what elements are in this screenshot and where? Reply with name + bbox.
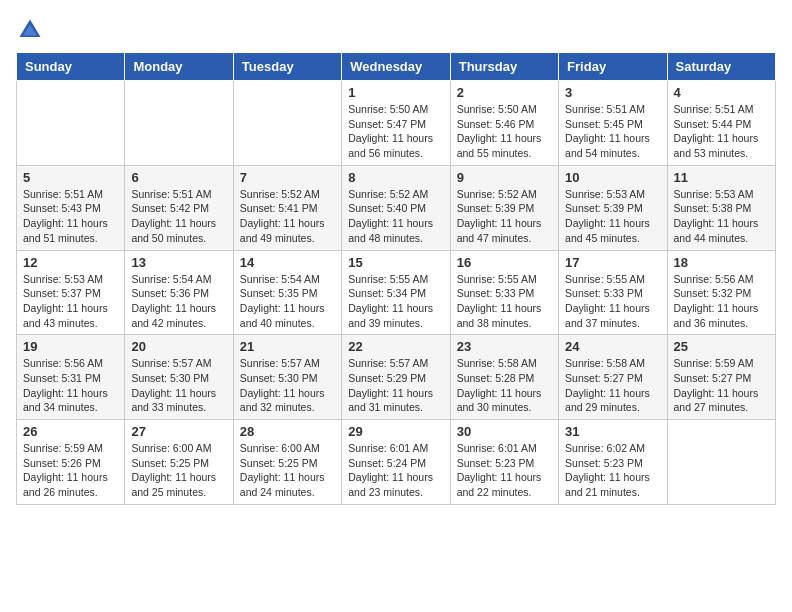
day-number: 19 [23,339,118,354]
day-info: Sunrise: 6:00 AM Sunset: 5:25 PM Dayligh… [131,441,226,500]
day-info: Sunrise: 5:52 AM Sunset: 5:41 PM Dayligh… [240,187,335,246]
calendar-header-wednesday: Wednesday [342,53,450,81]
day-number: 30 [457,424,552,439]
day-number: 31 [565,424,660,439]
day-info: Sunrise: 5:52 AM Sunset: 5:39 PM Dayligh… [457,187,552,246]
day-number: 22 [348,339,443,354]
calendar-header-tuesday: Tuesday [233,53,341,81]
day-number: 13 [131,255,226,270]
page-header [16,16,776,44]
day-number: 15 [348,255,443,270]
day-info: Sunrise: 5:58 AM Sunset: 5:28 PM Dayligh… [457,356,552,415]
calendar-cell: 29Sunrise: 6:01 AM Sunset: 5:24 PM Dayli… [342,420,450,505]
logo [16,16,48,44]
day-info: Sunrise: 5:50 AM Sunset: 5:47 PM Dayligh… [348,102,443,161]
day-number: 14 [240,255,335,270]
day-number: 2 [457,85,552,100]
day-number: 29 [348,424,443,439]
calendar-table: SundayMondayTuesdayWednesdayThursdayFrid… [16,52,776,505]
calendar-cell: 5Sunrise: 5:51 AM Sunset: 5:43 PM Daylig… [17,165,125,250]
calendar-cell: 24Sunrise: 5:58 AM Sunset: 5:27 PM Dayli… [559,335,667,420]
calendar-cell: 10Sunrise: 5:53 AM Sunset: 5:39 PM Dayli… [559,165,667,250]
calendar-cell: 23Sunrise: 5:58 AM Sunset: 5:28 PM Dayli… [450,335,558,420]
calendar-cell: 26Sunrise: 5:59 AM Sunset: 5:26 PM Dayli… [17,420,125,505]
day-number: 11 [674,170,769,185]
day-info: Sunrise: 5:53 AM Sunset: 5:38 PM Dayligh… [674,187,769,246]
day-number: 24 [565,339,660,354]
day-info: Sunrise: 5:54 AM Sunset: 5:36 PM Dayligh… [131,272,226,331]
day-number: 21 [240,339,335,354]
calendar-cell: 27Sunrise: 6:00 AM Sunset: 5:25 PM Dayli… [125,420,233,505]
day-number: 12 [23,255,118,270]
calendar-cell [667,420,775,505]
day-info: Sunrise: 5:53 AM Sunset: 5:37 PM Dayligh… [23,272,118,331]
day-number: 1 [348,85,443,100]
calendar-week-row: 26Sunrise: 5:59 AM Sunset: 5:26 PM Dayli… [17,420,776,505]
calendar-cell: 31Sunrise: 6:02 AM Sunset: 5:23 PM Dayli… [559,420,667,505]
calendar-cell: 13Sunrise: 5:54 AM Sunset: 5:36 PM Dayli… [125,250,233,335]
day-number: 17 [565,255,660,270]
calendar-cell: 6Sunrise: 5:51 AM Sunset: 5:42 PM Daylig… [125,165,233,250]
calendar-cell: 19Sunrise: 5:56 AM Sunset: 5:31 PM Dayli… [17,335,125,420]
day-info: Sunrise: 5:51 AM Sunset: 5:45 PM Dayligh… [565,102,660,161]
calendar-cell: 18Sunrise: 5:56 AM Sunset: 5:32 PM Dayli… [667,250,775,335]
day-number: 3 [565,85,660,100]
day-info: Sunrise: 6:01 AM Sunset: 5:23 PM Dayligh… [457,441,552,500]
calendar-header-sunday: Sunday [17,53,125,81]
day-number: 25 [674,339,769,354]
day-number: 28 [240,424,335,439]
calendar-header-friday: Friday [559,53,667,81]
calendar-cell: 8Sunrise: 5:52 AM Sunset: 5:40 PM Daylig… [342,165,450,250]
calendar-cell [17,81,125,166]
day-info: Sunrise: 5:59 AM Sunset: 5:26 PM Dayligh… [23,441,118,500]
calendar-cell: 28Sunrise: 6:00 AM Sunset: 5:25 PM Dayli… [233,420,341,505]
calendar-cell [233,81,341,166]
day-number: 27 [131,424,226,439]
day-info: Sunrise: 5:59 AM Sunset: 5:27 PM Dayligh… [674,356,769,415]
calendar-cell: 16Sunrise: 5:55 AM Sunset: 5:33 PM Dayli… [450,250,558,335]
calendar-week-row: 12Sunrise: 5:53 AM Sunset: 5:37 PM Dayli… [17,250,776,335]
day-info: Sunrise: 5:52 AM Sunset: 5:40 PM Dayligh… [348,187,443,246]
calendar-cell: 21Sunrise: 5:57 AM Sunset: 5:30 PM Dayli… [233,335,341,420]
day-info: Sunrise: 6:02 AM Sunset: 5:23 PM Dayligh… [565,441,660,500]
day-number: 6 [131,170,226,185]
day-number: 4 [674,85,769,100]
calendar-cell: 9Sunrise: 5:52 AM Sunset: 5:39 PM Daylig… [450,165,558,250]
day-info: Sunrise: 5:55 AM Sunset: 5:34 PM Dayligh… [348,272,443,331]
day-info: Sunrise: 5:55 AM Sunset: 5:33 PM Dayligh… [457,272,552,331]
calendar-cell: 20Sunrise: 5:57 AM Sunset: 5:30 PM Dayli… [125,335,233,420]
calendar-cell: 4Sunrise: 5:51 AM Sunset: 5:44 PM Daylig… [667,81,775,166]
day-info: Sunrise: 5:55 AM Sunset: 5:33 PM Dayligh… [565,272,660,331]
calendar-header-saturday: Saturday [667,53,775,81]
day-info: Sunrise: 6:01 AM Sunset: 5:24 PM Dayligh… [348,441,443,500]
day-info: Sunrise: 5:56 AM Sunset: 5:32 PM Dayligh… [674,272,769,331]
day-info: Sunrise: 5:57 AM Sunset: 5:29 PM Dayligh… [348,356,443,415]
calendar-header-row: SundayMondayTuesdayWednesdayThursdayFrid… [17,53,776,81]
day-number: 10 [565,170,660,185]
day-number: 18 [674,255,769,270]
day-number: 16 [457,255,552,270]
day-number: 9 [457,170,552,185]
day-info: Sunrise: 5:54 AM Sunset: 5:35 PM Dayligh… [240,272,335,331]
calendar-cell: 22Sunrise: 5:57 AM Sunset: 5:29 PM Dayli… [342,335,450,420]
calendar-cell: 3Sunrise: 5:51 AM Sunset: 5:45 PM Daylig… [559,81,667,166]
calendar-cell: 14Sunrise: 5:54 AM Sunset: 5:35 PM Dayli… [233,250,341,335]
day-info: Sunrise: 5:53 AM Sunset: 5:39 PM Dayligh… [565,187,660,246]
calendar-cell: 2Sunrise: 5:50 AM Sunset: 5:46 PM Daylig… [450,81,558,166]
calendar-cell: 15Sunrise: 5:55 AM Sunset: 5:34 PM Dayli… [342,250,450,335]
day-info: Sunrise: 5:51 AM Sunset: 5:43 PM Dayligh… [23,187,118,246]
day-info: Sunrise: 5:57 AM Sunset: 5:30 PM Dayligh… [131,356,226,415]
day-info: Sunrise: 5:57 AM Sunset: 5:30 PM Dayligh… [240,356,335,415]
calendar-cell: 7Sunrise: 5:52 AM Sunset: 5:41 PM Daylig… [233,165,341,250]
day-info: Sunrise: 5:58 AM Sunset: 5:27 PM Dayligh… [565,356,660,415]
calendar-cell [125,81,233,166]
day-info: Sunrise: 5:50 AM Sunset: 5:46 PM Dayligh… [457,102,552,161]
calendar-week-row: 1Sunrise: 5:50 AM Sunset: 5:47 PM Daylig… [17,81,776,166]
day-number: 7 [240,170,335,185]
calendar-cell: 12Sunrise: 5:53 AM Sunset: 5:37 PM Dayli… [17,250,125,335]
calendar-cell: 11Sunrise: 5:53 AM Sunset: 5:38 PM Dayli… [667,165,775,250]
logo-icon [16,16,44,44]
day-info: Sunrise: 6:00 AM Sunset: 5:25 PM Dayligh… [240,441,335,500]
calendar-week-row: 5Sunrise: 5:51 AM Sunset: 5:43 PM Daylig… [17,165,776,250]
calendar-cell: 30Sunrise: 6:01 AM Sunset: 5:23 PM Dayli… [450,420,558,505]
